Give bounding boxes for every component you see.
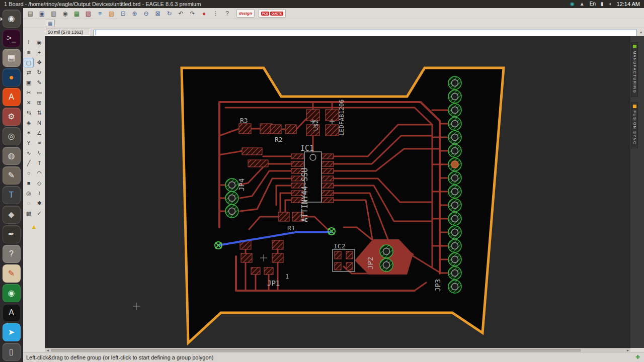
launcher-vector-tool[interactable]: ◆ [3,206,21,224]
tool-polygon[interactable]: ◇ [34,178,44,188]
zoom-fit-icon[interactable]: ⊡ [118,9,128,18]
board-label-jp4[interactable]: JP4 [237,178,246,191]
redo-icon[interactable]: ↷ [187,9,198,18]
tool-miter[interactable]: ∠ [34,128,44,138]
board-label-jp2[interactable]: JP2 [366,257,374,269]
tool-ratsnest[interactable]: ✱ [34,199,44,208]
launcher-help[interactable]: ? [3,245,21,263]
tool-hole[interactable]: ◌ [24,199,34,208]
tool-via[interactable]: ◎ [24,189,34,198]
tool-delete[interactable]: ✕ [24,98,34,108]
layer-settings-icon[interactable]: ≡ [95,9,105,18]
board-label-attiny44-ssu[interactable]: ATTINY44-SSU [300,168,309,222]
language-indicator[interactable]: En [590,0,596,8]
tool-arc[interactable]: ◠ [34,168,44,178]
board-label-jp3[interactable]: JP3 [434,279,442,292]
zoom-out-icon[interactable]: ⊖ [141,9,151,18]
launcher-text-editor[interactable]: T [3,186,21,204]
board-icon[interactable]: ▧ [83,9,94,18]
tab-fusion-sync[interactable]: FUSION SYNC [631,102,638,148]
undo-icon[interactable]: ↶ [176,9,186,18]
launcher-settings-tool[interactable]: ⚙ [3,108,21,126]
scrollbar-thumb[interactable] [51,349,581,351]
command-dropdown-arrow[interactable]: ▾ [638,30,644,35]
redraw-icon[interactable]: ↻ [164,9,175,18]
launcher-file-cabinet[interactable]: ▤ [3,49,21,67]
cam-processor-icon[interactable]: ◉ [60,9,70,18]
tool-text[interactable]: T [34,158,44,168]
tool-autoroute[interactable]: ▩ [24,209,34,218]
launcher-a-app[interactable]: A [3,304,21,322]
tool-name[interactable]: N [34,118,44,128]
tool-smash[interactable]: ✶ [24,128,34,138]
tool-move[interactable]: ✥ [34,58,44,67]
tool-info[interactable]: i [24,38,34,47]
tool-lock[interactable]: ◈ [24,118,34,128]
scrollbar-track[interactable] [50,348,625,352]
launcher-telegram[interactable]: ➤ [3,323,21,341]
tool-add[interactable]: ⊞ [34,98,44,108]
launcher-firefox[interactable]: ● [3,68,21,86]
launcher-software-center[interactable]: A [3,88,21,106]
launcher-sketch-tool[interactable]: ✎ [3,264,21,283]
board-label-r2[interactable]: R2 [275,136,283,143]
scroll-right-arrow[interactable]: ► [625,348,630,352]
ulp-icon[interactable]: ▨ [106,9,117,18]
help-icon[interactable]: ? [222,9,232,18]
board-label-jp1[interactable]: JP1 [267,279,280,287]
tool-show[interactable]: ◉ [34,38,44,47]
board-label-r1[interactable]: R1 [287,224,295,232]
board-label-ledfab1206[interactable]: LEDFAB1206 [338,100,345,136]
tool-wire[interactable]: ╱ [24,158,34,168]
tool-cut[interactable]: ✂ [24,88,34,98]
tool-route[interactable]: ∿ [24,148,34,158]
board-label-ic1[interactable]: IC1 [300,144,314,153]
launcher-terminal[interactable]: >_ [3,29,21,47]
tab-manufacturing[interactable]: MANUFACTURING [631,42,638,97]
horizontal-scrollbar[interactable]: ◄ ► [45,348,630,352]
tool-change[interactable]: ✎ [34,78,44,87]
save-icon[interactable]: ▣ [37,9,47,18]
stop-icon[interactable]: ● [199,9,209,18]
tool-signal[interactable]: ≀ [34,189,44,198]
network-icon[interactable]: ▲ [580,0,585,8]
tool-mark[interactable]: + [34,48,44,57]
pcb-board-view[interactable]: R3R2U$2LEDFAB1206IC1ATTINY44-SSUJP4R1IC2… [46,36,631,348]
open-icon[interactable]: ▤ [25,9,36,18]
print-icon[interactable]: ▥ [48,9,59,18]
zoom-select-icon[interactable]: ⊠ [152,9,163,18]
launcher-screenshot-tool[interactable]: ◎ [3,127,21,145]
sync-icon[interactable]: ◉ [570,0,575,8]
tool-mirror[interactable]: ⇄ [24,68,34,77]
tool-display[interactable]: ≡ [24,48,34,57]
launcher-eagle[interactable]: ◉ [3,10,21,28]
launcher-green-app[interactable]: ◉ [3,284,21,302]
designlink-button[interactable]: design [236,9,255,18]
open-schematic-icon[interactable]: ▦ [71,9,82,18]
tool-replace[interactable]: ⇅ [34,108,44,118]
tool-optimize[interactable]: ≈ [34,138,44,148]
volume-icon[interactable]: ◖ [608,0,611,8]
launcher-search-tool[interactable]: ◍ [3,147,21,165]
tool-circle[interactable]: ○ [24,168,34,178]
tool-rotate[interactable]: ↻ [34,68,44,77]
scroll-left-arrow[interactable]: ◄ [45,348,50,352]
tool-split[interactable]: Y [24,138,34,148]
tool-group[interactable]: ▢ [24,58,34,67]
tool-drc[interactable]: ✓ [34,209,44,218]
tool-rect[interactable]: ■ [24,178,34,188]
launcher-trash[interactable]: ▯ [3,343,21,361]
run-icon[interactable]: ⋮ [210,9,221,18]
launcher-pen-tool[interactable]: ✒ [3,225,21,243]
tool-pinswap[interactable]: ⇆ [24,108,34,118]
zoom-in-icon[interactable]: ⊕ [129,9,140,18]
battery-icon[interactable]: ▮ [601,0,604,8]
tool-paste[interactable]: ▭ [34,88,44,98]
tool-copy[interactable]: ▣ [24,78,34,87]
board-canvas[interactable]: R3R2U$2LEDFAB1206IC1ATTINY44-SSUJP4R1IC2… [45,36,630,348]
pcb-quote-button[interactable]: PCB QUOTE [259,9,286,18]
launcher-paint-tool[interactable]: ✎ [3,166,21,185]
grid-button[interactable]: ▦ [46,20,55,27]
board-label-1[interactable]: 1 [285,273,289,280]
board-label-ic2[interactable]: IC2 [334,242,345,250]
